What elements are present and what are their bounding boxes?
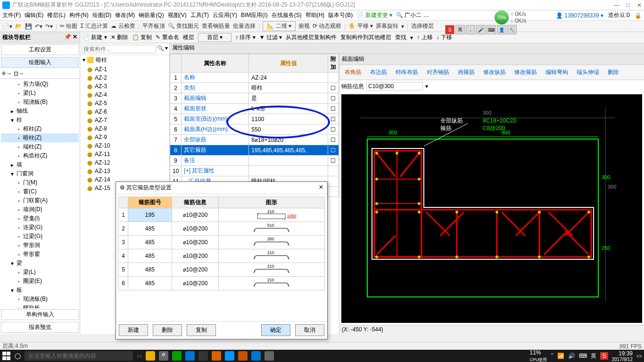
tray-lang[interactable]: 英 — [591, 352, 596, 360]
new-file-icon[interactable]: 📄▾ — [2, 23, 12, 30]
property-row[interactable]: 2类别暗柱☐ — [170, 83, 339, 93]
draw-button[interactable]: ✏ 绘图 — [60, 22, 77, 30]
maximize-button[interactable]: □ — [627, 2, 630, 8]
find-elem-button[interactable]: 🔍 查找图元 — [168, 22, 199, 30]
section-tab[interactable]: 布边筋 — [367, 67, 390, 78]
move-down-button[interactable]: ↓ 下移 — [437, 33, 452, 41]
view-rebar-button[interactable]: 查看钢筋量 — [202, 22, 230, 30]
menu-help[interactable]: 帮助(H) — [305, 11, 325, 19]
menu-view[interactable]: 视图(V) — [168, 11, 187, 19]
tree-item[interactable]: ▫圈梁(E) — [1, 277, 79, 286]
tree-item[interactable]: ▸轴线 — [1, 107, 79, 115]
tray-network-icon[interactable]: 📶 — [557, 353, 564, 359]
delete-comp-button[interactable]: ✕ 删除 — [111, 33, 128, 41]
task-app-2[interactable] — [172, 351, 182, 361]
sort-button[interactable]: 排序 — [239, 34, 251, 41]
save-icon[interactable]: 💾 — [25, 23, 32, 30]
tray-volume-icon[interactable]: 🔊 — [568, 353, 575, 359]
stirrup-row[interactable]: 2485⌀10@200510 — [119, 222, 325, 236]
lock-icon[interactable]: 🔒 — [635, 12, 642, 19]
tree-item[interactable]: ▫带形洞 — [1, 241, 79, 250]
cortana-icon[interactable]: ◯ — [15, 353, 21, 359]
task-ggj[interactable] — [225, 351, 234, 361]
menu-tools[interactable]: 工具(T) — [190, 11, 209, 19]
user-search[interactable]: 广小二 — [405, 12, 421, 18]
tray-up-icon[interactable]: ˄ — [551, 353, 553, 359]
property-row[interactable]: 8其它箍筋195,485,485,485,485,☐ — [170, 145, 339, 156]
dialog-ok-button[interactable]: 确定 — [261, 324, 290, 336]
find-comp-button[interactable]: 查找 — [395, 33, 406, 41]
section-tab[interactable]: 修改纵筋 — [480, 67, 509, 78]
property-row[interactable]: 10[+] 其它属性 — [170, 166, 339, 176]
component-item[interactable]: ⬤AZ-5 — [80, 99, 169, 107]
task-app-1[interactable] — [146, 351, 155, 361]
user-phone[interactable]: 13907298339 — [564, 12, 599, 19]
tree-item[interactable]: ▫壁龛(I) — [1, 214, 79, 223]
tree-item[interactable]: ▫框柱(Z) — [1, 124, 79, 133]
property-row[interactable]: 4截面形状L-a形☐ — [170, 104, 339, 114]
tree-item[interactable]: ▾板 — [1, 286, 79, 295]
tree-item[interactable]: ▫暗柱(Z) — [1, 133, 79, 142]
menu-floor[interactable]: 楼层(L) — [47, 11, 66, 19]
taskbar-search[interactable] — [25, 351, 133, 361]
search-opt-icon[interactable]: ▾ — [165, 45, 168, 53]
stirrup-row[interactable]: 6485⌀10@200210 — [119, 277, 325, 290]
tree-item[interactable]: ▫螺旋板 — [1, 304, 79, 308]
tree-item[interactable]: ▫门联窗(A) — [1, 196, 79, 205]
component-item[interactable]: ⬤AZ-6 — [80, 107, 169, 116]
property-row[interactable]: 3截面编辑是☐ — [170, 93, 339, 104]
stirrup-row[interactable]: 3485⌀10@200260 — [119, 236, 325, 249]
close-button[interactable]: ✕ — [637, 2, 642, 8]
pin-icon[interactable]: 📌 ✕ — [64, 33, 77, 41]
tray-date[interactable]: 2017/9/12 — [612, 357, 633, 362]
tree-item[interactable]: ▫现浇板(B) — [1, 98, 79, 107]
component-item[interactable]: ⬤AZ-9 — [80, 133, 169, 141]
section-tab[interactable]: 端头伸缩 — [573, 67, 603, 78]
open-icon[interactable]: 📂 — [15, 23, 22, 30]
tree-item[interactable]: ▫墙洞(D) — [1, 205, 79, 214]
rotate-screen-button[interactable]: 屏幕旋转 — [376, 22, 398, 30]
undo-icon[interactable]: ↶▾ — [35, 23, 42, 30]
floor-select[interactable]: 首层 ▾ — [198, 33, 231, 42]
select-floor-button[interactable]: 选择楼层 — [411, 22, 434, 30]
tree-item[interactable]: ▸墙 — [1, 160, 79, 169]
tree-item[interactable]: ▫带形窗 — [1, 250, 79, 259]
section-tab[interactable]: 编辑弯钩 — [542, 67, 571, 78]
menu-version[interactable]: 版本号(B) — [328, 11, 353, 19]
menu-edit[interactable]: 编辑(E) — [25, 11, 43, 19]
tray-notifications-icon[interactable]: ▭ — [636, 353, 642, 359]
tree-item[interactable]: ▾门窗洞 — [1, 169, 79, 178]
stirrup-row[interactable]: 1195⌀10@2002101060 — [119, 208, 325, 222]
tree-item[interactable]: ▫梁(L) — [1, 89, 79, 98]
dialog-close-icon[interactable]: ✕ — [319, 184, 323, 192]
rename-comp-button[interactable]: ✎ 重命名 — [156, 33, 179, 41]
component-item[interactable]: ⬤AZ-4 — [80, 90, 169, 99]
dialog-delete-button[interactable]: 删除 — [153, 324, 182, 336]
section-tab[interactable]: 删除 — [604, 67, 622, 78]
search-icon[interactable]: 🔍 — [157, 45, 164, 53]
task-app-5[interactable] — [251, 351, 261, 361]
tree-item[interactable]: ▫梁(L) — [1, 268, 79, 277]
component-item[interactable]: ⬤AZ-7 — [80, 116, 169, 124]
tree-item[interactable]: ▫窗(C) — [1, 187, 79, 196]
component-item[interactable]: ⬤AZ-12 — [80, 158, 169, 167]
menu-modify[interactable]: 修改(M) — [115, 11, 135, 19]
menu-online[interactable]: 在线服务(S) — [272, 11, 302, 19]
property-row[interactable]: 6截面高(H边)(mm)550☐ — [170, 124, 339, 135]
task-edge[interactable] — [185, 351, 195, 361]
section-tab[interactable]: 对齐钢筋 — [423, 67, 453, 78]
pan-button[interactable]: ✋ 平移 ▾ — [348, 22, 373, 30]
menu-cloud[interactable]: 云应用(Y) — [213, 11, 237, 19]
section-tab[interactable]: 特殊布筋 — [392, 67, 421, 78]
tray-time[interactable]: 19:39 — [612, 350, 633, 357]
component-group[interactable]: ▾ 🟨 暗柱 — [80, 55, 169, 65]
menu-bim[interactable]: BIM应用(I) — [241, 11, 268, 19]
col-stirrup-id[interactable]: 箍筋图号 — [128, 197, 172, 208]
component-item[interactable]: ⬤AZ-3 — [80, 82, 169, 90]
sum-button[interactable]: Σ 汇总计算 — [80, 22, 108, 30]
align-top-button[interactable]: 平齐板顶 — [142, 22, 165, 30]
rebar-info-input[interactable] — [366, 82, 423, 90]
dialog-cancel-button[interactable]: 取消 — [295, 324, 324, 336]
start-button[interactable] — [2, 352, 11, 360]
minimize-button[interactable]: — — [614, 2, 619, 8]
